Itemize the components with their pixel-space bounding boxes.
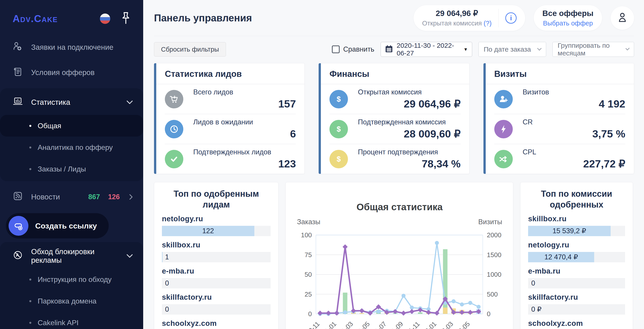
stat-row: Лидов в ожидании6 — [165, 114, 296, 144]
commission-hint-link[interactable]: (?) — [484, 19, 492, 27]
card-rows: Визитов4 192CR3,75 %CPL227,72 ₽ — [486, 84, 634, 174]
order-by-select[interactable]: По дате заказа — [478, 42, 546, 57]
account-button[interactable] — [611, 6, 634, 30]
info-icon[interactable]: i — [505, 12, 516, 24]
check-icon — [165, 150, 183, 168]
card-finances: Финансы $Открытая комиссия29 064,96 ₽$По… — [318, 63, 469, 174]
stat-row: Всего лидов157 — [165, 84, 296, 114]
stat-label: Процент подтверждения — [358, 148, 460, 156]
dollar-icon: $ — [330, 120, 348, 138]
group-by-select[interactable]: Группировать по месяцам — [552, 42, 634, 57]
main-content: Панель управления 29 064,96 ₽ Открытая к… — [143, 0, 644, 329]
card-top-approved-leads: Топ по одобренным лидам netology.ru122sk… — [154, 182, 278, 329]
list-item: e-mba.ru0 — [528, 267, 625, 289]
stat-row: Подтвержденных лидов123 — [165, 144, 296, 174]
app-root: Adv.Cake Заявки на подключение Условия о… — [0, 0, 644, 329]
sidebar-item-bypass-instruction[interactable]: Инструкция по обходу — [0, 269, 143, 290]
news-badge-red: 126 — [108, 193, 120, 201]
sidebar-logo-row: Adv.Cake — [0, 0, 143, 35]
list-title: Топ по одобренным лидам — [162, 189, 270, 210]
pin-icon[interactable] — [121, 12, 130, 26]
sidebar-item-label: Общая — [38, 122, 61, 130]
card-rows: $Открытая комиссия29 064,96 ₽$Подтвержде… — [321, 84, 469, 174]
date-range-picker[interactable]: 2020-11-30 - 2022-06-27 ▼ — [381, 42, 472, 57]
stat-row: $Открытая комиссия29 064,96 ₽ — [330, 84, 460, 114]
bar-value: 0 — [531, 278, 535, 289]
laptop-chart-icon — [13, 96, 23, 108]
domain-label: skillfactory.ru — [162, 293, 270, 302]
sidebar-item-news[interactable]: Новости 867 126 — [0, 184, 143, 210]
list-item: schoolxyz.com0 — [162, 319, 270, 329]
bar-value: 0 — [165, 278, 169, 289]
sidebar-item-connect-requests[interactable]: Заявки на подключение — [0, 35, 143, 60]
chevron-down-icon — [537, 46, 542, 51]
main-header: Панель управления 29 064,96 ₽ Открытая к… — [154, 0, 634, 36]
sidebar: Adv.Cake Заявки на подключение Условия о… — [0, 0, 143, 329]
svg-text:Визиты: Визиты — [478, 218, 502, 226]
domain-label: e-mba.ru — [162, 267, 270, 275]
list-item: skillfactory.ru0 ₽ — [528, 293, 625, 315]
sidebar-item-label: Статистика — [31, 98, 119, 107]
compare-toggle[interactable]: Сравнить — [332, 45, 374, 53]
card-title: Статистика лидов — [156, 63, 304, 84]
svg-text:Общая статистика: Общая статистика — [356, 202, 443, 212]
commission-label: Открытая комиссия (?) — [422, 19, 492, 27]
ad-block-icon — [13, 250, 23, 262]
svg-text:500: 500 — [487, 291, 498, 298]
bullet-icon — [29, 322, 31, 324]
svg-text:2000: 2000 — [487, 231, 502, 239]
reset-filters-button[interactable]: Сбросить фильтры — [154, 42, 226, 56]
list-item: netology.ru12 470,4 ₽ — [528, 241, 625, 262]
svg-text:0: 0 — [487, 310, 490, 318]
general-statistics-chart: Общая статистикаЗаказыВизиты025507510005… — [291, 185, 508, 329]
select-offer-link[interactable]: Выбрать оффер — [543, 19, 593, 27]
sidebar-item-statistics[interactable]: Статистика — [0, 90, 143, 115]
create-link-row: Создать ссылку — [6, 213, 137, 238]
stat-label: CR — [523, 118, 625, 126]
domain-label: netology.ru — [162, 215, 270, 223]
card-rows: Всего лидов157Лидов в ожидании6Подтвержд… — [156, 84, 304, 174]
domain-label: skillbox.ru — [528, 215, 625, 223]
sidebar-item-domain-parking[interactable]: Парковка домена — [0, 290, 143, 312]
sidebar-item-label: Условия офферов — [31, 68, 132, 77]
compare-checkbox[interactable] — [332, 45, 340, 53]
sidebar-item-adblock-bypass[interactable]: Обход блокировки рекламы — [0, 243, 143, 269]
domain-label: schoolxyz.com — [162, 319, 270, 328]
header-widgets: 29 064,96 ₽ Открытая комиссия (?) i Все … — [414, 5, 634, 31]
card-lead-statistics: Статистика лидов Всего лидов157Лидов в о… — [154, 63, 305, 174]
logo[interactable]: Adv.Cake — [13, 13, 58, 24]
bar-track: 0 — [162, 304, 270, 315]
sidebar-item-label: Аналитика по офферу — [38, 143, 113, 152]
offers-pill: Все офферы Выбрать оффер — [534, 5, 602, 31]
stat-label: Открытая комиссия — [358, 88, 460, 96]
sidebar-item-offer-terms[interactable]: Условия офферов — [0, 60, 143, 85]
stat-row: Визитов4 192 — [494, 84, 625, 114]
svg-text:$: $ — [337, 95, 341, 103]
user-plus-icon — [13, 41, 23, 53]
svg-text:0: 0 — [308, 310, 312, 318]
dollar-icon: $ — [330, 90, 348, 108]
stat-value: 227,72 ₽ — [523, 158, 625, 170]
stat-value: 78,34 % — [358, 158, 460, 170]
sidebar-item-general[interactable]: Общая — [0, 115, 143, 137]
rss-icon — [13, 191, 23, 203]
sidebar-item-label: Обход блокировки рекламы — [31, 247, 119, 265]
caret-down-icon: ▼ — [464, 47, 468, 52]
sidebar-section-statistics: Статистика Общая Аналитика по офферу Зак… — [0, 88, 143, 181]
sidebar-item-label: Инструкция по обходу — [38, 275, 112, 284]
create-link-button[interactable]: Создать ссылку — [6, 213, 109, 238]
chart: Общая статистикаЗаказыВизиты025507510005… — [291, 185, 508, 329]
sidebar-item-orders-leads[interactable]: Заказы / Лиды — [0, 158, 143, 180]
list-item: skillfactory.ru0 — [162, 293, 270, 315]
sidebar-item-offer-analytics[interactable]: Аналитика по офферу — [0, 137, 143, 158]
bar-list: netology.ru122skillbox.ru1e-mba.ru0skill… — [162, 215, 270, 329]
stat-cards-row: Статистика лидов Всего лидов157Лидов в о… — [154, 63, 634, 174]
bar-value: 15 539,2 ₽ — [528, 226, 611, 236]
stat-value: 29 064,96 ₽ — [358, 98, 460, 110]
sidebar-item-cakelink-api[interactable]: Cakelink API — [0, 312, 143, 329]
stat-label: Всего лидов — [193, 88, 296, 96]
bullet-icon — [29, 168, 31, 170]
russia-flag-icon[interactable] — [100, 13, 110, 24]
bullet-icon — [29, 146, 31, 148]
bar-track: 122 — [162, 226, 270, 236]
